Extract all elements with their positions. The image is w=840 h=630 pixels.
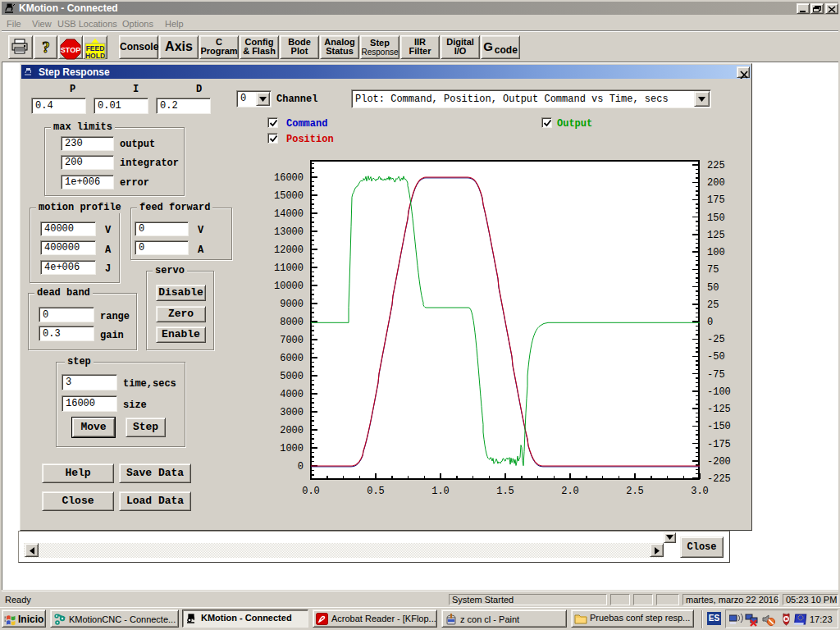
svg-text:200: 200 xyxy=(707,177,725,189)
svg-text:10000: 10000 xyxy=(274,281,304,292)
svg-text:6000: 6000 xyxy=(280,353,304,364)
svg-text:12000: 12000 xyxy=(274,244,304,256)
svg-text:STOP: STOP xyxy=(61,46,80,54)
svg-text:2.0: 2.0 xyxy=(561,486,579,497)
svg-text:3.0: 3.0 xyxy=(691,486,709,497)
svg-text:0.5: 0.5 xyxy=(367,486,385,497)
svg-text:-50: -50 xyxy=(707,351,725,363)
svg-text:100: 100 xyxy=(707,247,725,258)
svg-text:-75: -75 xyxy=(707,369,725,381)
svg-text:0.0: 0.0 xyxy=(302,486,320,497)
svg-text:-225: -225 xyxy=(707,473,731,485)
svg-text:16000: 16000 xyxy=(274,172,304,184)
svg-text:11000: 11000 xyxy=(274,262,304,274)
svg-text:0: 0 xyxy=(707,317,713,328)
svg-text:3000: 3000 xyxy=(280,407,304,418)
svg-text:225: 225 xyxy=(707,160,725,171)
svg-text:0: 0 xyxy=(298,461,304,472)
svg-text:13000: 13000 xyxy=(274,226,304,238)
svg-text:9000: 9000 xyxy=(280,299,304,310)
svg-text:4000: 4000 xyxy=(280,389,304,400)
svg-text:-125: -125 xyxy=(707,404,731,415)
svg-text:-100: -100 xyxy=(707,386,731,398)
svg-text:50: 50 xyxy=(707,282,719,294)
svg-text:8000: 8000 xyxy=(280,317,304,328)
svg-text:1.0: 1.0 xyxy=(431,486,450,497)
svg-text:5000: 5000 xyxy=(280,371,304,382)
svg-text:150: 150 xyxy=(707,212,725,224)
svg-text:HOLD: HOLD xyxy=(85,52,105,60)
svg-text:125: 125 xyxy=(707,230,725,241)
svg-text:14000: 14000 xyxy=(274,208,304,220)
svg-text:7000: 7000 xyxy=(280,335,304,346)
svg-text:15000: 15000 xyxy=(274,190,304,202)
svg-text:175: 175 xyxy=(707,194,725,206)
svg-text:-150: -150 xyxy=(707,421,731,432)
svg-text:-25: -25 xyxy=(707,334,725,345)
svg-text:2000: 2000 xyxy=(280,425,304,436)
svg-text:2.5: 2.5 xyxy=(626,486,644,497)
svg-text:-175: -175 xyxy=(707,439,731,450)
svg-text:?: ? xyxy=(42,39,50,56)
svg-text:-200: -200 xyxy=(707,456,731,468)
svg-text:25: 25 xyxy=(707,299,719,311)
svg-text:1000: 1000 xyxy=(280,443,304,454)
svg-text:75: 75 xyxy=(707,264,719,276)
svg-text:1.5: 1.5 xyxy=(496,486,514,497)
